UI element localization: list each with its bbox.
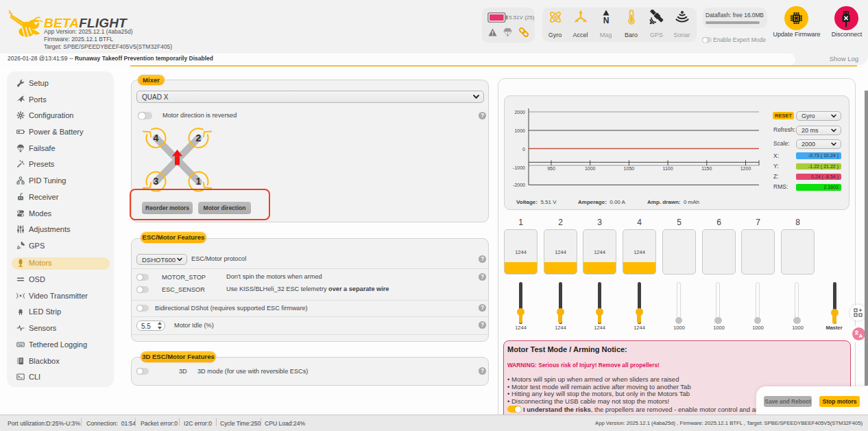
svg-text:-2000: -2000 xyxy=(513,183,525,187)
svg-text:1200: 1200 xyxy=(740,166,751,171)
svg-text:3: 3 xyxy=(154,176,159,187)
svg-text:1000: 1000 xyxy=(585,166,596,171)
svg-text:1150: 1150 xyxy=(701,166,712,171)
svg-text:1000: 1000 xyxy=(514,128,525,133)
svg-text:950: 950 xyxy=(547,166,555,171)
svg-text:1: 1 xyxy=(196,176,202,187)
svg-text:0: 0 xyxy=(522,147,525,152)
svg-text:2: 2 xyxy=(196,132,202,143)
svg-text:2000: 2000 xyxy=(514,110,525,115)
svg-text:1050: 1050 xyxy=(624,166,635,171)
svg-text:N: N xyxy=(603,16,609,25)
svg-text:1100: 1100 xyxy=(663,166,673,171)
svg-text:-1000: -1000 xyxy=(513,165,525,170)
svg-text:A: A xyxy=(859,333,863,338)
svg-text:4: 4 xyxy=(154,132,159,143)
